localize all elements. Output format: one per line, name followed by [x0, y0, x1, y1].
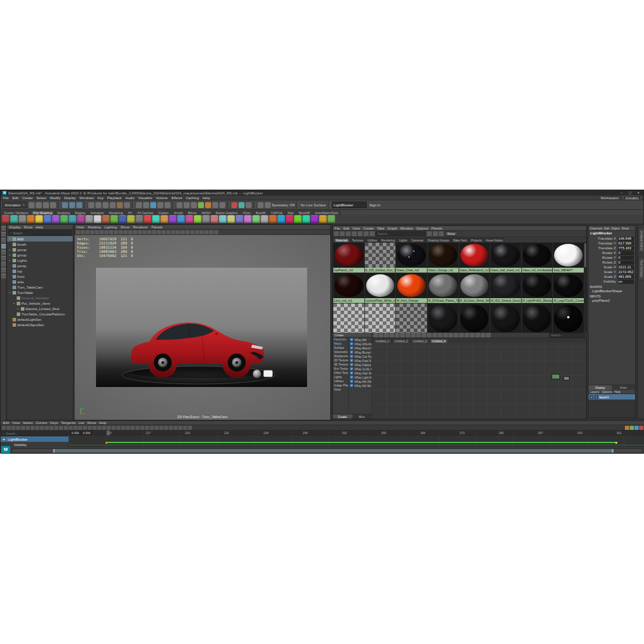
- graph-menu-show[interactable]: Show: [87, 421, 96, 425]
- outliner-item-lights[interactable]: ▸Lights: [7, 258, 73, 263]
- menu-caching[interactable]: Caching: [186, 196, 199, 200]
- shelf-tab-motion-graphics[interactable]: Motion Graphics: [213, 210, 240, 215]
- shelf-icon[interactable]: [27, 215, 35, 223]
- work-icon[interactable]: [395, 333, 400, 338]
- shelf-icon[interactable]: [35, 215, 43, 223]
- shader-node[interactable]: [552, 374, 560, 379]
- shelf-icon[interactable]: [277, 215, 285, 223]
- viewport-icon[interactable]: [209, 230, 213, 234]
- channel-value[interactable]: 146.548: [618, 237, 634, 241]
- hypershade-tab-bake-sets[interactable]: Bake Sets: [451, 238, 469, 242]
- work-icon[interactable]: [432, 333, 437, 338]
- work-icon[interactable]: [416, 333, 421, 338]
- hypershade-menu-edit[interactable]: Edit: [343, 227, 349, 230]
- shelf-tab-curves-surfaces[interactable]: Curves / Surfaces: [2, 210, 30, 215]
- status-icon[interactable]: [88, 202, 94, 208]
- channelbox-menu-edit[interactable]: Edit: [604, 227, 609, 230]
- status-icon[interactable]: [177, 202, 182, 208]
- create-node-vray-hair-next[interactable]: VVRay Hair Next: [349, 371, 371, 375]
- graph-icon[interactable]: [121, 426, 125, 430]
- shelf-icon[interactable]: [202, 215, 210, 223]
- material-tile[interactable]: [553, 304, 584, 333]
- range-start-handle[interactable]: [53, 449, 55, 453]
- shelf-icon[interactable]: [219, 215, 227, 223]
- shelf-tab-bossnr[interactable]: BossNR: [296, 210, 312, 215]
- channel-value[interactable]: 0: [618, 256, 634, 260]
- shelf-icon[interactable]: [319, 215, 327, 223]
- playback-range-slider[interactable]: [11, 448, 643, 453]
- work-icon[interactable]: [379, 333, 383, 338]
- sign-in-button[interactable]: Sign in: [368, 203, 382, 207]
- work-icon[interactable]: [448, 333, 453, 338]
- layer-row[interactable]: VTlayer1: [589, 394, 635, 400]
- viewport-icon[interactable]: [109, 230, 113, 234]
- viewport-icon[interactable]: [166, 230, 171, 234]
- graph-menu-select[interactable]: Select: [23, 421, 33, 425]
- graph-icon[interactable]: [35, 426, 39, 430]
- graph-icon[interactable]: [178, 426, 182, 430]
- create-category-3d-textures[interactable]: 3D Textures: [333, 363, 348, 367]
- work-tab-untitled_4[interactable]: Untitled_4: [430, 339, 448, 343]
- quick-select-field[interactable]: LightBlocker: [332, 202, 367, 208]
- shelf-tab-xgen[interactable]: XGen: [240, 210, 253, 215]
- hypershade-menu-window[interactable]: Window: [400, 227, 413, 230]
- hypershade-icon[interactable]: [334, 231, 339, 236]
- status-icon[interactable]: [219, 202, 225, 208]
- status-icon[interactable]: [231, 202, 237, 208]
- create-node-vray-mtl-wrapper[interactable]: VVRay Mtl Wrapper: [349, 383, 371, 388]
- tool-icon[interactable]: [1, 250, 6, 255]
- hypershade-tab-materials[interactable]: Materials: [334, 238, 349, 242]
- shelf-tab-poly-modeling[interactable]: Poly Modeling: [31, 210, 54, 215]
- graph-icon[interactable]: [64, 426, 68, 430]
- status-icon[interactable]: [29, 202, 35, 208]
- shelf-icon[interactable]: [2, 215, 10, 223]
- menu-audio[interactable]: Audio: [125, 196, 134, 200]
- viewport-icon[interactable]: [200, 230, 204, 234]
- material-tile-m-slgloss-metal-silver-stee[interactable]: M_SLGloss_Metal_Silver_Stee: [459, 273, 490, 303]
- keyframe[interactable]: [106, 442, 107, 444]
- viewport-icon[interactable]: [104, 230, 109, 234]
- graph-icon[interactable]: [16, 426, 20, 430]
- layer-tab-display[interactable]: Display: [589, 385, 612, 390]
- maximize-button[interactable]: ▢: [627, 190, 633, 196]
- hypershade-menu-file[interactable]: File: [335, 227, 340, 230]
- status-icon[interactable]: [143, 202, 149, 208]
- material-tile[interactable]: [333, 304, 364, 333]
- shelf-icon[interactable]: [60, 215, 68, 223]
- viewport-icon[interactable]: [100, 230, 104, 234]
- channel-value[interactable]: on: [618, 280, 634, 284]
- outliner-item-ground-vehicles[interactable]: Ground_Vehicles: [7, 295, 73, 301]
- hypershade-menu-create[interactable]: Create: [363, 227, 374, 230]
- graph-icon[interactable]: [188, 426, 192, 430]
- shelf-icon[interactable]: [244, 215, 252, 223]
- shelf-icon[interactable]: [10, 215, 18, 223]
- material-tile-glass-reflection1-rs1[interactable]: Glass_Reflection1_rs1: [459, 243, 490, 273]
- create-node-vray-fast-sss2[interactable]: VVRay Fast SSS2: [349, 358, 371, 363]
- shelf-tab-animsliderstools[interactable]: AnimSlidersTools: [313, 210, 340, 215]
- shelf-icon[interactable]: [194, 215, 202, 223]
- material-tile-m-lightprt001-blackplate[interactable]: M_LightPrt001_Blackplate: [522, 273, 553, 303]
- shelf-tab-animation[interactable]: Animation: [88, 210, 106, 215]
- graph-menu-help[interactable]: Help: [99, 421, 106, 425]
- shelf-icon[interactable]: [185, 215, 193, 223]
- status-icon[interactable]: [150, 202, 156, 208]
- viewport-icon[interactable]: [119, 230, 123, 234]
- workspace-select[interactable]: Animation: [623, 196, 641, 200]
- expand-arrow-icon[interactable]: ▸: [8, 259, 11, 262]
- work-icon[interactable]: [475, 333, 480, 338]
- shelf-icon[interactable]: [85, 215, 93, 223]
- status-icon[interactable]: [103, 202, 109, 208]
- hypershade-tab-projects[interactable]: Projects: [469, 238, 484, 242]
- graph-icon[interactable]: [2, 426, 6, 430]
- tool-icon[interactable]: [1, 226, 6, 231]
- shelf-icon[interactable]: [18, 215, 26, 223]
- viewport-menu-panels[interactable]: Panels: [151, 225, 162, 229]
- current-time-marker[interactable]: [107, 431, 110, 435]
- status-icon[interactable]: [124, 202, 130, 208]
- graph-color-icon[interactable]: [639, 426, 643, 430]
- shelf-icon[interactable]: [236, 215, 243, 223]
- expand-arrow-icon[interactable]: ▾: [8, 291, 11, 294]
- outliner-item-put-vehicle-here[interactable]: ▾Put_Vehicle_Here: [7, 301, 73, 306]
- material-tile[interactable]: [365, 304, 396, 333]
- layer-menu-options[interactable]: Options: [602, 390, 612, 394]
